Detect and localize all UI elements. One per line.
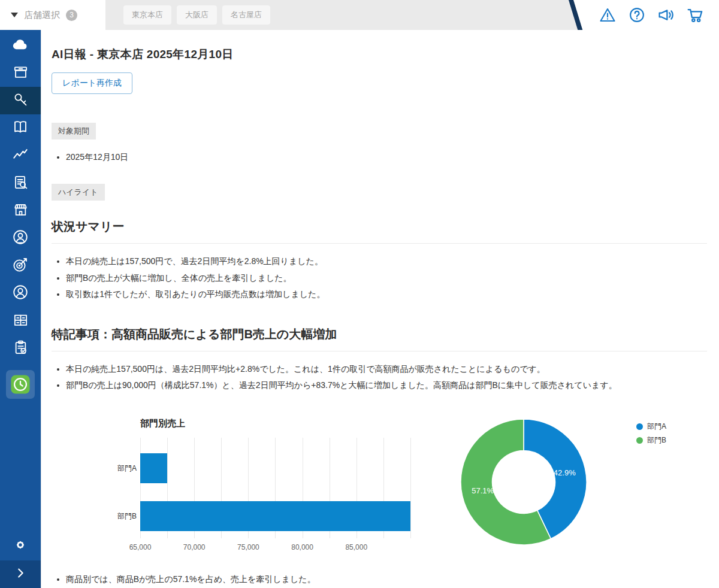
summary-heading: 状況サマリー: [52, 219, 707, 244]
store-count-badge: 3: [66, 10, 77, 21]
department-donut-chart: 42.9%57.1%: [461, 419, 587, 545]
sidebar-item-key[interactable]: [0, 87, 41, 114]
legend-dot: [636, 423, 643, 430]
key-icon: [12, 91, 29, 111]
sidebar-expand[interactable]: [0, 560, 41, 588]
summary-bullet: 取引数は1件でしたが、取引あたりの平均販売点数は増加しました。: [66, 287, 707, 301]
summary-bullet: 本日の純売上は157,500円で、過去2日間平均を2.8%上回りました。: [66, 254, 707, 268]
summary-list: 本日の純売上は157,500円で、過去2日間平均を2.8%上回りました。 部門B…: [52, 254, 707, 301]
alert-icon[interactable]: [598, 5, 617, 25]
charts-row: 部門別売上 部門A部門B 65,00070,00075,00080,00085,…: [52, 418, 707, 562]
bar-category-label: 部門A: [113, 453, 137, 483]
period-badge: 対象期間: [52, 123, 96, 140]
trend-chart-icon: [11, 146, 29, 166]
sidebar-item-analytics[interactable]: [0, 142, 41, 169]
book-icon: [11, 118, 29, 138]
bar-部門A: [140, 453, 167, 483]
expand-icon: [14, 566, 27, 582]
megaphone-icon[interactable]: [656, 5, 675, 25]
special-bullet: 本日の純売上157,500円は、過去2日間平均比+2.8%でした。これは、1件の…: [66, 362, 707, 375]
clock-app-icon: [6, 370, 35, 399]
sidebar-item-cloud[interactable]: [0, 32, 41, 59]
legend-label: 部門B: [647, 435, 666, 445]
sidebar-settings[interactable]: [0, 532, 41, 560]
clipboard-check-icon: [12, 339, 29, 359]
document-search-icon: [12, 174, 29, 193]
product-note-list: 商品別では、商品Bが売上の57.1%を占め、売上を牽引しました。: [52, 572, 707, 586]
drawers-icon: [12, 311, 29, 331]
period-list: 2025年12月10日: [52, 150, 707, 163]
sidebar-item-report[interactable]: [0, 169, 41, 197]
sidebar-item-book[interactable]: [0, 114, 41, 142]
sidebar-nav: [0, 30, 41, 588]
store-selector-label: 店舗選択: [24, 10, 60, 21]
legend-item-部門A: 部門A: [636, 422, 666, 432]
store-icon: [12, 201, 29, 221]
x-tick-label: 70,000: [183, 543, 206, 551]
sidebar-item-customer[interactable]: [0, 225, 41, 252]
period-value: 2025年12月10日: [66, 150, 707, 163]
sidebar-item-clipboard[interactable]: [0, 335, 41, 362]
bar-chart-x-axis: 65,00070,00075,00080,00085,000: [140, 543, 416, 553]
legend-item-部門B: 部門B: [636, 435, 666, 445]
store-tab-tokyo[interactable]: 東京本店: [123, 5, 171, 25]
store-tab-osaka[interactable]: 大阪店: [177, 5, 217, 25]
special-heading: 特記事項：高額商品販売による部門B売上の大幅増加: [52, 326, 707, 351]
caret-down-icon: [11, 13, 18, 17]
page-title: AI日報 - 東京本店 2025年12月10日: [52, 47, 707, 62]
summary-bullet: 部門Bの売上が大幅に増加し、全体の売上を牽引しました。: [66, 271, 707, 284]
sidebar-item-store[interactable]: [0, 197, 41, 225]
special-list: 本日の純売上157,500円は、過去2日間平均比+2.8%でした。これは、1件の…: [52, 362, 707, 392]
help-icon[interactable]: [627, 5, 647, 25]
gear-icon: [13, 537, 28, 555]
product-note: 商品別では、商品Bが売上の57.1%を占め、売上を牽引しました。: [66, 572, 707, 586]
store-selector[interactable]: 店舗選択 3: [0, 0, 105, 30]
x-tick-label: 80,000: [291, 543, 313, 551]
donut-legend: 部門A部門B: [636, 422, 666, 449]
sidebar-item-drawers[interactable]: [0, 307, 41, 335]
store-tab-bar: 東京本店 大阪店 名古屋店: [105, 0, 584, 30]
bar-chart-plot: 部門A部門B: [140, 438, 416, 538]
user-icon: [11, 283, 29, 304]
cart-icon[interactable]: [685, 5, 705, 25]
top-header: 店舗選択 3 東京本店 大阪店 名古屋店: [0, 0, 719, 30]
x-tick-label: 75,000: [237, 543, 259, 551]
sidebar-item-user[interactable]: [0, 280, 41, 307]
legend-label: 部門A: [647, 422, 666, 432]
special-bullet: 部門Bの売上は90,000円（構成比57.1%）と、過去2日間平均から+83.7…: [66, 378, 707, 392]
donut-slice-label: 42.9%: [554, 468, 576, 477]
bar-部門B: [140, 501, 410, 531]
store-tab-nagoya[interactable]: 名古屋店: [222, 5, 270, 25]
bar-category-label: 部門B: [113, 501, 137, 531]
x-tick-label: 65,000: [129, 543, 152, 551]
customer-icon: [11, 228, 29, 248]
target-icon: [11, 256, 29, 276]
regenerate-report-button[interactable]: レポート再作成: [52, 72, 132, 94]
cloud-icon: [11, 35, 29, 56]
x-tick-label: 85,000: [345, 543, 367, 551]
highlight-badge: ハイライト: [52, 184, 105, 201]
bar-chart-title: 部門別売上: [140, 418, 398, 429]
legend-dot: [636, 437, 643, 444]
donut-slice-label: 57.1%: [472, 487, 494, 496]
department-bar-chart: 部門別売上 部門A部門B 65,00070,00075,00080,00085,…: [114, 418, 398, 553]
main-content: AI日報 - 東京本店 2025年12月10日 レポート再作成 対象期間 202…: [41, 30, 719, 588]
sidebar-item-target[interactable]: [0, 252, 41, 280]
header-actions: [584, 0, 719, 30]
sidebar-item-clock-app[interactable]: [0, 367, 41, 402]
box-icon: [12, 63, 29, 83]
sidebar-item-box[interactable]: [0, 59, 41, 87]
